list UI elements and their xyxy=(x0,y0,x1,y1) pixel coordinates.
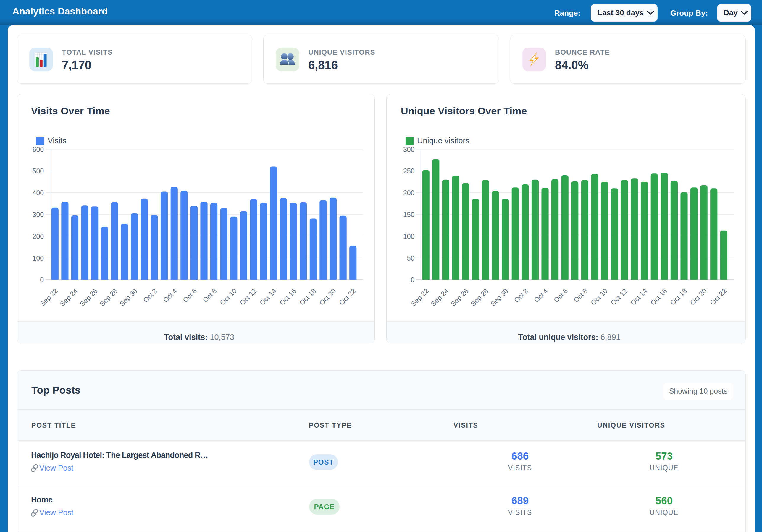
svg-text:Oct 20: Oct 20 xyxy=(318,287,337,306)
svg-text:Sep 22: Sep 22 xyxy=(410,287,430,308)
svg-text:500: 500 xyxy=(33,167,44,175)
svg-text:50: 50 xyxy=(407,254,415,262)
svg-text:Oct 6: Oct 6 xyxy=(552,287,569,304)
svg-text:Oct 20: Oct 20 xyxy=(689,287,708,306)
svg-text:Sep 26: Sep 26 xyxy=(449,287,470,308)
svg-text:Sep 28: Sep 28 xyxy=(469,287,490,308)
svg-text:Sep 22: Sep 22 xyxy=(38,287,59,308)
svg-text:Sep 30: Sep 30 xyxy=(118,287,139,308)
svg-text:Sep 30: Sep 30 xyxy=(489,287,510,308)
svg-text:Oct 16: Oct 16 xyxy=(649,287,668,306)
svg-text:Oct 12: Oct 12 xyxy=(609,287,629,306)
svg-text:Oct 8: Oct 8 xyxy=(572,287,589,304)
svg-text:Oct 14: Oct 14 xyxy=(258,287,278,306)
svg-text:100: 100 xyxy=(403,233,415,240)
svg-text:Oct 4: Oct 4 xyxy=(162,287,178,304)
svg-text:Sep 24: Sep 24 xyxy=(58,287,79,308)
svg-text:Oct 10: Oct 10 xyxy=(218,287,238,306)
svg-text:Oct 2: Oct 2 xyxy=(142,287,159,304)
svg-text:Oct 2: Oct 2 xyxy=(513,287,529,304)
svg-text:200: 200 xyxy=(403,189,415,197)
svg-text:Oct 18: Oct 18 xyxy=(298,287,317,306)
svg-text:250: 250 xyxy=(403,167,415,175)
svg-text:200: 200 xyxy=(33,233,44,240)
svg-text:Oct 4: Oct 4 xyxy=(532,287,549,304)
svg-text:Oct 22: Oct 22 xyxy=(338,287,357,306)
svg-text:300: 300 xyxy=(403,146,415,153)
svg-text:400: 400 xyxy=(33,189,44,197)
svg-text:Oct 10: Oct 10 xyxy=(589,287,609,306)
svg-text:Oct 12: Oct 12 xyxy=(238,287,258,306)
svg-text:Sep 26: Sep 26 xyxy=(78,287,99,308)
svg-text:0: 0 xyxy=(40,276,44,284)
svg-text:150: 150 xyxy=(403,211,415,219)
svg-text:0: 0 xyxy=(411,276,415,284)
svg-text:Oct 16: Oct 16 xyxy=(278,287,298,306)
svg-text:Oct 8: Oct 8 xyxy=(201,287,218,304)
svg-text:Sep 24: Sep 24 xyxy=(429,287,450,308)
svg-text:100: 100 xyxy=(33,254,44,262)
svg-text:600: 600 xyxy=(33,146,44,153)
svg-text:Oct 14: Oct 14 xyxy=(629,287,648,306)
svg-text:300: 300 xyxy=(33,211,44,219)
svg-text:Sep 28: Sep 28 xyxy=(98,287,119,308)
svg-text:Oct 22: Oct 22 xyxy=(709,287,728,306)
svg-text:Oct 6: Oct 6 xyxy=(181,287,198,304)
svg-text:Oct 18: Oct 18 xyxy=(669,287,688,306)
